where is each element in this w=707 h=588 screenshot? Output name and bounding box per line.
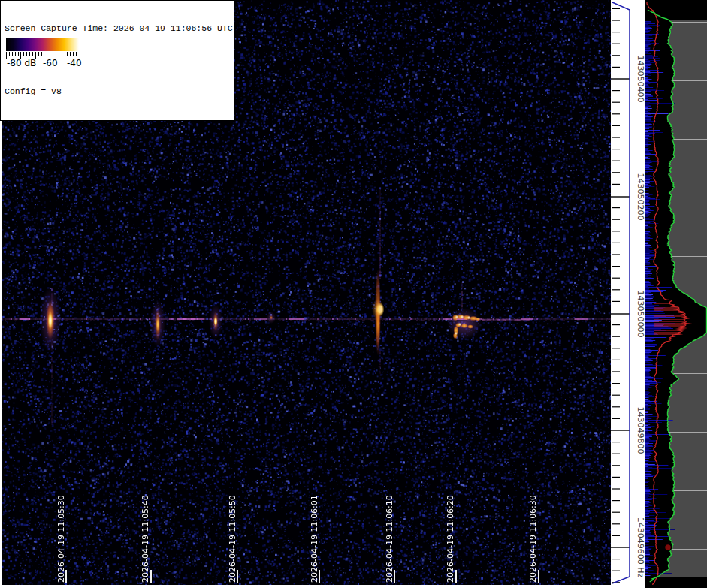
color-gradient-bar xyxy=(6,38,79,51)
time-label: 2026-04-19 11:05:40 xyxy=(140,495,150,583)
frequency-label: 143050000 xyxy=(636,291,645,338)
time-label: 2026-04-19 11:06:30 xyxy=(528,495,538,583)
frequency-label: 143049800 xyxy=(636,407,645,454)
time-label: 2026-04-19 11:06:20 xyxy=(446,495,455,583)
frequency-label: 143049600 Hz xyxy=(636,517,645,578)
color-scale-legend: -80 dB -60 -40 xyxy=(4,37,81,71)
time-tick xyxy=(455,570,457,583)
time-tick xyxy=(538,570,539,583)
time-tick xyxy=(237,570,238,583)
time-tick xyxy=(319,570,320,583)
db-label-min: -80 dB xyxy=(7,59,36,68)
spectrum-side-panel xyxy=(645,0,707,588)
capture-time-text: Screen Capture Time: 2026-04-19 11:06:56… xyxy=(5,23,230,34)
frequency-label: 143050400 xyxy=(636,56,645,103)
time-tick xyxy=(65,570,67,583)
frequency-label: 143050200 xyxy=(636,173,645,221)
time-tick xyxy=(150,570,152,583)
spectrum-lab-screen-capture: 2026-04-19 11:05:302026-04-19 11:05:4020… xyxy=(0,0,707,588)
time-tick xyxy=(394,570,395,583)
config-text: Config = V8 xyxy=(5,86,230,97)
db-label-max: -40 xyxy=(67,59,82,68)
db-label-mid: -60 xyxy=(43,59,58,68)
